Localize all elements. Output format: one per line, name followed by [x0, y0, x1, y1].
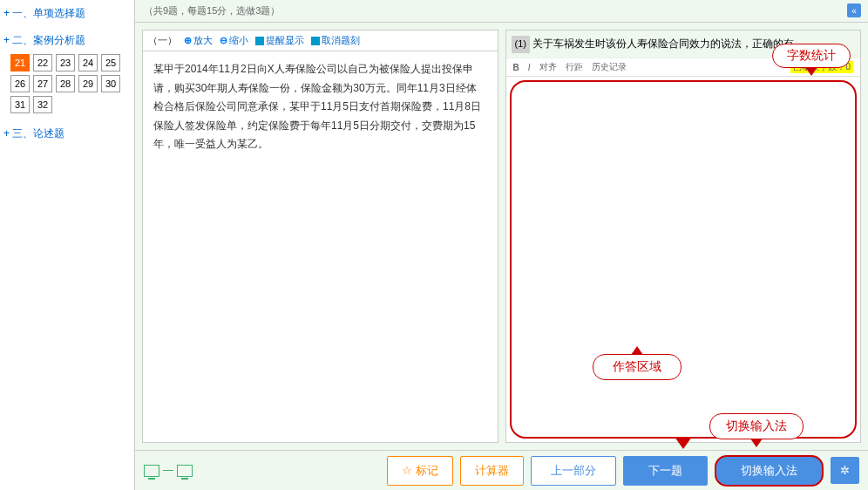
bold-button[interactable]: B	[513, 63, 519, 72]
nav-section-1[interactable]: + 一、单项选择题	[3, 3, 131, 24]
main-area: （共9题，每题15分，选做3题） « （一） ⊕放大 ⊖缩小 提醒显示 取消题刻…	[135, 0, 868, 490]
sidebar: + 一、单项选择题 + 二、案例分析题 21 22 23 24 25 26 27…	[0, 0, 135, 490]
network-status-icon	[144, 465, 193, 477]
monitor-icon-2	[177, 465, 193, 477]
group-label: （一）	[148, 34, 177, 47]
nav-item-25[interactable]: 25	[101, 54, 120, 71]
sub-question-num: (1)	[512, 36, 530, 53]
nav-item-32[interactable]: 32	[33, 96, 52, 113]
plus-icon: ⊕	[184, 35, 192, 46]
nav-item-22[interactable]: 22	[33, 54, 52, 71]
nav-item-27[interactable]: 27	[33, 75, 52, 92]
cancel-mark-button[interactable]: 取消题刻	[311, 34, 360, 47]
mark-button[interactable]: ☆标记	[387, 456, 453, 486]
sub-question-text: 关于车祸发生时该份人寿保险合同效力的说法，正确的有。	[532, 37, 804, 50]
monitor-icon	[144, 465, 159, 477]
nav-section-3[interactable]: + 三、论述题	[3, 124, 131, 144]
zoom-in-button[interactable]: ⊕放大	[184, 34, 213, 47]
zoom-out-button[interactable]: ⊖缩小	[220, 34, 248, 47]
switch-ime-button[interactable]: 切换输入法	[715, 455, 824, 487]
net-line-icon	[163, 470, 173, 472]
nav-section-2[interactable]: + 二、案例分析题	[3, 31, 131, 51]
prev-section-button[interactable]: 上一部分	[531, 456, 616, 486]
minus-icon: ⊖	[220, 35, 227, 46]
nav-item-21[interactable]: 21	[10, 54, 30, 71]
italic-button[interactable]: I	[528, 63, 531, 72]
nav-grid: 21 22 23 24 25 26 27 28 29 30 31 32	[3, 51, 131, 117]
info-bar: （共9题，每题15分，选做3题） «	[135, 0, 868, 23]
align-button[interactable]: 对齐	[539, 61, 557, 73]
nav-item-31[interactable]: 31	[10, 96, 30, 113]
nav-item-24[interactable]: 24	[78, 54, 98, 71]
close-icon[interactable]: «	[847, 3, 861, 17]
square-icon-2	[311, 37, 320, 45]
question-text: 某甲于2014年11月2日向X人寿保险公司以自己为被保险人提出投保申请，购买30…	[143, 51, 498, 163]
square-icon	[255, 37, 264, 45]
nav-item-23[interactable]: 23	[56, 54, 75, 71]
answer-panel: (1) 关于车祸发生时该份人寿保险合同效力的说法，正确的有。 B I 对齐 行距…	[505, 30, 862, 443]
footer-bar: ☆标记 计算器 上一部分 下一题 切换输入法 ✲	[135, 450, 868, 490]
nav-item-28[interactable]: 28	[56, 75, 75, 92]
star-icon: ☆	[402, 464, 412, 477]
next-question-button[interactable]: 下一题	[623, 456, 708, 486]
line-button[interactable]: 行距	[566, 61, 583, 73]
history-button[interactable]: 历史记录	[592, 61, 627, 73]
nav-item-29[interactable]: 29	[78, 75, 98, 92]
remind-button[interactable]: 提醒显示	[255, 34, 304, 47]
nav-item-30[interactable]: 30	[101, 75, 120, 92]
question-panel: （一） ⊕放大 ⊖缩小 提醒显示 取消题刻 某甲于2014年11月2日向X人寿保…	[142, 30, 498, 443]
gear-icon: ✲	[840, 464, 850, 477]
info-text: （共9题，每题15分，选做3题）	[144, 5, 280, 16]
calculator-button[interactable]: 计算器	[460, 456, 524, 486]
answer-editor[interactable]	[510, 80, 858, 439]
callout-ime: 切换输入法	[709, 413, 804, 439]
settings-button[interactable]: ✲	[831, 457, 859, 484]
callout-wordcount: 字数统计	[772, 44, 851, 68]
question-toolbar: （一） ⊕放大 ⊖缩小 提醒显示 取消题刻	[143, 31, 498, 51]
nav-item-26[interactable]: 26	[10, 75, 30, 92]
callout-answer-area: 作答区域	[593, 354, 682, 380]
